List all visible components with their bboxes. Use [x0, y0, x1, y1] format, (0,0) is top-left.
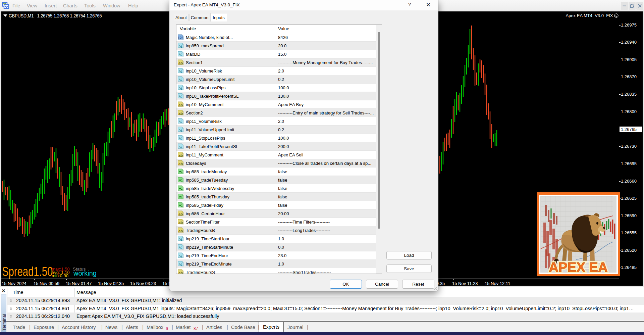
- svg-text:ab: ab: [178, 212, 183, 216]
- svg-text:½: ½: [179, 237, 182, 241]
- svg-text:½: ½: [179, 86, 182, 90]
- svg-text:ab: ab: [178, 229, 183, 233]
- svg-text:½: ½: [179, 120, 182, 124]
- svg-text:½: ½: [179, 95, 182, 99]
- svg-text:ab: ab: [178, 153, 183, 157]
- svg-text:½: ½: [179, 137, 182, 141]
- svg-text:APEX EA: APEX EA: [549, 260, 608, 275]
- svg-text:½: ½: [179, 145, 182, 149]
- svg-text:ab: ab: [178, 103, 183, 107]
- svg-text:ab: ab: [178, 221, 183, 225]
- svg-text:ab: ab: [178, 111, 183, 115]
- svg-text:½: ½: [179, 69, 182, 74]
- svg-text:½: ½: [179, 262, 182, 267]
- svg-text:ab: ab: [178, 162, 183, 166]
- svg-text:½: ½: [179, 128, 182, 132]
- svg-text:½: ½: [179, 254, 182, 258]
- svg-text:½: ½: [179, 44, 182, 48]
- svg-text:123: 123: [178, 36, 183, 40]
- svg-text:ab: ab: [178, 61, 183, 65]
- svg-text:½: ½: [179, 53, 182, 57]
- svg-text:½: ½: [179, 78, 182, 82]
- svg-text:ab: ab: [178, 271, 183, 274]
- svg-text:½: ½: [179, 246, 182, 250]
